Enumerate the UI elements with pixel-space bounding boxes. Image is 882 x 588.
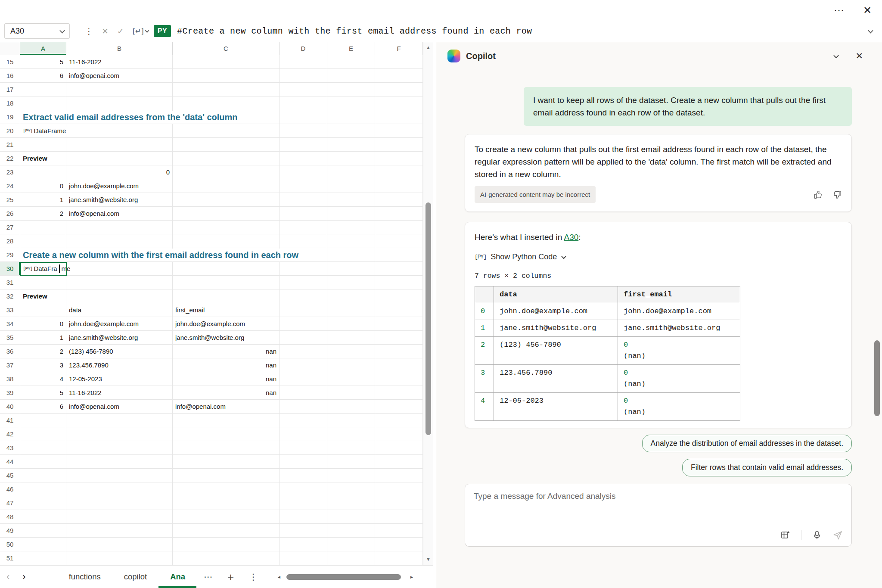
- row-header-50[interactable]: 50: [0, 538, 20, 551]
- row-header-35[interactable]: 35: [0, 331, 20, 345]
- cell-A41[interactable]: [20, 414, 66, 427]
- tabs-scroll-right-icon[interactable]: ›: [16, 571, 32, 582]
- cell-F35[interactable]: [375, 331, 423, 345]
- cell-E38[interactable]: [327, 372, 375, 386]
- cell-D36[interactable]: [280, 345, 327, 358]
- row-header-36[interactable]: 36: [0, 345, 20, 358]
- cell-B32[interactable]: [66, 289, 173, 303]
- cell-E36[interactable]: [327, 345, 375, 358]
- row-header-27[interactable]: 27: [0, 221, 20, 234]
- row-header-31[interactable]: 31: [0, 276, 20, 289]
- cell-D25[interactable]: [280, 193, 327, 207]
- cell-F37[interactable]: [375, 358, 423, 372]
- cell-A26[interactable]: 2: [20, 207, 66, 221]
- cell-C15[interactable]: [173, 55, 280, 69]
- row-header-18[interactable]: 18: [0, 96, 20, 110]
- cell-E25[interactable]: [327, 193, 375, 207]
- cell-F44[interactable]: [375, 455, 423, 469]
- cell-B28[interactable]: [66, 234, 173, 248]
- cell-B15[interactable]: 11-16-2022: [66, 55, 173, 69]
- cell-B20[interactable]: [66, 124, 173, 138]
- cell-E51[interactable]: [327, 551, 375, 565]
- cell-reference-link[interactable]: A30: [564, 233, 578, 242]
- grid-vertical-scrollbar[interactable]: ▲ ▼: [423, 42, 433, 565]
- cell-A37[interactable]: 3: [20, 358, 66, 372]
- cell-B21[interactable]: [66, 138, 173, 152]
- sheet-tab-functions[interactable]: functions: [57, 566, 112, 588]
- cell-D33[interactable]: [280, 303, 327, 317]
- cell-C50[interactable]: [173, 538, 280, 551]
- cell-D28[interactable]: [280, 234, 327, 248]
- cell-B44[interactable]: [66, 455, 173, 469]
- cell-D37[interactable]: [280, 358, 327, 372]
- cell-E20[interactable]: [327, 124, 375, 138]
- cell-D43[interactable]: [280, 441, 327, 455]
- row-header-22[interactable]: 22: [0, 152, 20, 165]
- cell-A22[interactable]: Preview: [20, 152, 66, 165]
- cell-B51[interactable]: [66, 551, 173, 565]
- cell-D34[interactable]: [280, 317, 327, 331]
- suggestion-chip[interactable]: Filter rows that contain valid email add…: [682, 459, 852, 476]
- grid-horizontal-scrollbar[interactable]: ◄ ►: [274, 566, 416, 588]
- cell-E50[interactable]: [327, 538, 375, 551]
- row-header-43[interactable]: 43: [0, 441, 20, 455]
- cell-B34[interactable]: john.doe@example.com: [66, 317, 173, 331]
- cell-C25[interactable]: [173, 193, 280, 207]
- cell-A24[interactable]: 0: [20, 179, 66, 193]
- cell-F47[interactable]: [375, 496, 423, 510]
- cell-F15[interactable]: [375, 55, 423, 69]
- cell-B35[interactable]: jane.smith@website.org: [66, 331, 173, 345]
- cell-B30[interactable]: [66, 262, 173, 276]
- cell-B17[interactable]: [66, 83, 173, 96]
- row-header-29[interactable]: 29: [0, 248, 20, 262]
- cell-E44[interactable]: [327, 455, 375, 469]
- add-sheet-icon[interactable]: +: [220, 572, 242, 582]
- cell-E46[interactable]: [327, 482, 375, 496]
- row-header-30[interactable]: 30: [0, 262, 20, 276]
- cell-D44[interactable]: [280, 455, 327, 469]
- row-header-38[interactable]: 38: [0, 372, 20, 386]
- cell-E37[interactable]: [327, 358, 375, 372]
- cell-F24[interactable]: [375, 179, 423, 193]
- cell-C43[interactable]: [173, 441, 280, 455]
- cell-F25[interactable]: [375, 193, 423, 207]
- row-header-25[interactable]: 25: [0, 193, 20, 207]
- row-header-15[interactable]: 15: [0, 55, 20, 69]
- column-header-E[interactable]: E: [327, 42, 375, 55]
- cell-E17[interactable]: [327, 83, 375, 96]
- cell-E23[interactable]: [327, 165, 375, 179]
- cell-E49[interactable]: [327, 524, 375, 538]
- sheet-tab-copilot[interactable]: copilot: [112, 566, 158, 588]
- cell-F33[interactable]: [375, 303, 423, 317]
- row-header-19[interactable]: 19: [0, 110, 20, 124]
- thumbs-down-icon[interactable]: [832, 190, 842, 199]
- cell-C35[interactable]: jane.smith@website.org: [173, 331, 280, 345]
- cell-F42[interactable]: [375, 427, 423, 441]
- cell-B36[interactable]: (123) 456-7890: [66, 345, 173, 358]
- scroll-left-icon[interactable]: ◄: [274, 575, 284, 579]
- cell-B22[interactable]: [66, 152, 173, 165]
- cell-A46[interactable]: [20, 482, 66, 496]
- row-header-46[interactable]: 46: [0, 482, 20, 496]
- cell-C31[interactable]: [173, 276, 280, 289]
- cell-D41[interactable]: [280, 414, 327, 427]
- row-header-51[interactable]: 51: [0, 551, 20, 565]
- cell-B43[interactable]: [66, 441, 173, 455]
- cell-C18[interactable]: [173, 96, 280, 110]
- cell-B31[interactable]: [66, 276, 173, 289]
- cell-E45[interactable]: [327, 469, 375, 482]
- cell-C34[interactable]: john.doe@example.com: [173, 317, 280, 331]
- cell-E21[interactable]: [327, 138, 375, 152]
- cell-D31[interactable]: [280, 276, 327, 289]
- window-more-icon[interactable]: ⋯: [834, 4, 844, 16]
- cell-F21[interactable]: [375, 138, 423, 152]
- row-header-40[interactable]: 40: [0, 400, 20, 414]
- cell-D42[interactable]: [280, 427, 327, 441]
- cell-E31[interactable]: [327, 276, 375, 289]
- cell-A15[interactable]: 5: [20, 55, 66, 69]
- column-header-F[interactable]: F: [375, 42, 423, 55]
- cell-D26[interactable]: [280, 207, 327, 221]
- row-header-48[interactable]: 48: [0, 510, 20, 524]
- cell-F17[interactable]: [375, 83, 423, 96]
- cell-B49[interactable]: [66, 524, 173, 538]
